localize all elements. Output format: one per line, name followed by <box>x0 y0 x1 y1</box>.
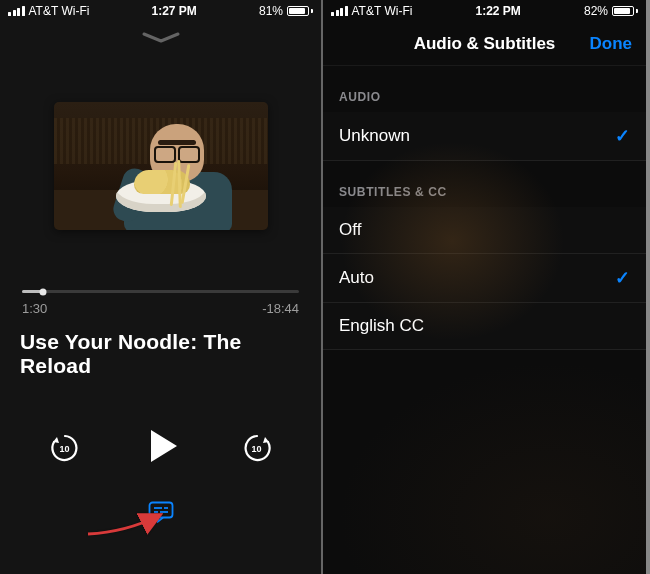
skip-back-seconds: 10 <box>59 444 69 454</box>
battery-percent: 81% <box>259 4 283 18</box>
clock: 1:22 PM <box>476 4 521 18</box>
section-header-audio: AUDIO <box>323 66 646 112</box>
play-button[interactable] <box>139 424 183 472</box>
elapsed-time: 1:30 <box>22 301 47 316</box>
section-header-subtitles: SUBTITLES & CC <box>323 161 646 207</box>
battery-fill <box>289 8 305 14</box>
battery-fill <box>614 8 630 14</box>
checkmark-icon: ✓ <box>615 125 630 147</box>
audio-subtitles-screen: AT&T Wi-Fi 1:22 PM 82% Audio & Subtitles… <box>323 0 646 574</box>
audio-option-label: Unknown <box>339 126 410 146</box>
done-button[interactable]: Done <box>590 34 633 54</box>
signal-icon <box>331 6 348 16</box>
video-title: Use Your Noodle: The Reload <box>0 316 321 378</box>
sheet-grabber-icon[interactable] <box>0 22 321 50</box>
subtitle-option-label: English CC <box>339 316 424 336</box>
clock: 1:27 PM <box>152 4 197 18</box>
battery-icon <box>612 6 638 16</box>
video-player-screen: AT&T Wi-Fi 1:27 PM 81% <box>0 0 323 574</box>
audio-option-row[interactable]: Unknown ✓ <box>323 112 646 161</box>
skip-back-button[interactable]: 10 <box>45 428 85 468</box>
skip-forward-seconds: 10 <box>251 444 261 454</box>
nav-bar: Audio & Subtitles Done <box>323 22 646 66</box>
nav-title: Audio & Subtitles <box>414 34 556 54</box>
skip-forward-button[interactable]: 10 <box>237 428 277 468</box>
signal-icon <box>8 6 25 16</box>
scrubber-track[interactable] <box>22 290 299 293</box>
scrubber-knob[interactable] <box>39 288 46 295</box>
subtitle-option-row[interactable]: Auto ✓ <box>323 254 646 303</box>
remaining-time: -18:44 <box>262 301 299 316</box>
status-bar: AT&T Wi-Fi 1:22 PM 82% <box>323 0 646 22</box>
status-bar: AT&T Wi-Fi 1:27 PM 81% <box>0 0 321 22</box>
subtitle-option-row[interactable]: Off <box>323 207 646 254</box>
battery-icon <box>287 6 313 16</box>
subtitle-option-row[interactable]: English CC <box>323 303 646 350</box>
carrier-label: AT&T Wi-Fi <box>352 4 413 18</box>
checkmark-icon: ✓ <box>615 267 630 289</box>
subtitle-option-label: Off <box>339 220 361 240</box>
subtitle-option-label: Auto <box>339 268 374 288</box>
carrier-label: AT&T Wi-Fi <box>29 4 90 18</box>
annotation-arrow-icon <box>86 510 166 542</box>
video-thumbnail[interactable] <box>54 102 268 230</box>
battery-percent: 82% <box>584 4 608 18</box>
